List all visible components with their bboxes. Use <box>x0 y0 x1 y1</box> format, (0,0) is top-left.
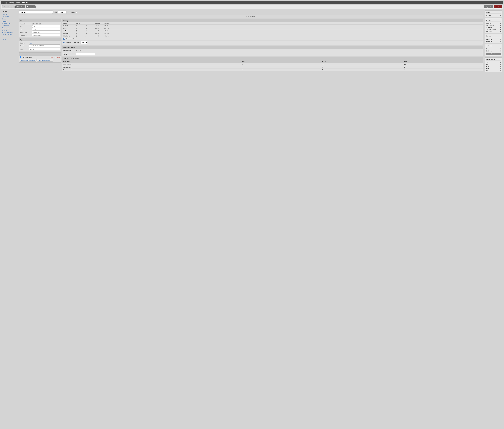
transfers-section: Transfers Incoming 0 Outgoing 0 <box>485 34 502 43</box>
organize-grid: Category None Brand Select or Enter a Br… <box>20 42 60 50</box>
right-value-1: 0 <box>500 50 501 52</box>
external-link-icon-2: ↗ <box>51 59 52 61</box>
archive-button[interactable]: Archive <box>494 5 502 9</box>
list-item: On Order 0 <box>486 26 501 28</box>
delete-from-ecom-link[interactable]: Delete from eCom <box>50 56 60 58</box>
discounts-allowed-checkbox[interactable] <box>63 38 65 40</box>
list-item: Special Order 0 <box>486 24 501 26</box>
duplicate-button[interactable]: Duplicate <box>484 5 493 9</box>
ean-input[interactable] <box>32 28 60 31</box>
right-label-0: Day <box>486 62 488 63</box>
in-boxes-section: In Boxes Stock 0 Back Order 0 View Box <box>485 44 502 56</box>
pricing-price-4[interactable]: 1.00 <box>85 35 95 37</box>
inventory-defaults-section: Inventory Defaults Default Cost $ 0.50 V… <box>62 46 483 56</box>
ecommerce-section: eCommerce Publish to eCom Delete from eC… <box>19 53 61 63</box>
sidebar-item-vendor-ids[interactable]: Vendor IDs <box>2 16 17 18</box>
reorder-level-0[interactable]: 10 <box>322 63 403 66</box>
reorder-point-0[interactable]: 5 <box>241 63 322 66</box>
reorder-table: Shop Name Point Level Need Gameporium 3 … <box>62 60 483 71</box>
pricing-price-2[interactable]: 1.00 <box>85 30 95 32</box>
pricing-rows: Default $ 1.00 -80.0% -400.0% MSRP $ 1.0… <box>62 25 483 37</box>
brand-select[interactable]: Select or Enter a Brand <box>29 45 60 47</box>
reorder-tbody: Gameporium 3 5 10 10 Gameporium 1 0 0 0 … <box>62 63 483 71</box>
breadcrumb-items[interactable]: Items <box>16 2 20 4</box>
breadcrumb-sep-1: > <box>15 2 16 4</box>
right-value-4: 0 <box>500 70 501 71</box>
upc-input[interactable] <box>32 25 60 28</box>
hamburger-menu[interactable] <box>2 2 4 3</box>
right-label-3: Pending Return <box>486 28 495 30</box>
reorder-need-0: 10 <box>403 63 483 66</box>
right-panel: Stock In Stock 0 Orders Layaway 0 Specia… <box>484 9 503 74</box>
add-label-button[interactable]: Add Label <box>15 5 25 9</box>
list-item: Outgoing 0 <box>486 40 501 42</box>
right-value-1: 0 <box>500 63 501 65</box>
tax-class-select[interactable]: Item <box>81 41 87 44</box>
pricing-margin-4: -400.0% <box>104 35 112 37</box>
add-images-button[interactable]: + Add Images <box>19 15 483 18</box>
sidebar-item-graphs[interactable]: Graphs <box>2 29 17 31</box>
reorder-point-1[interactable]: 0 <box>241 66 322 69</box>
center-panel: Type Single Bundle Matrix Serialized + A… <box>18 9 484 74</box>
pricing-price-3[interactable]: 1.00 <box>85 33 95 34</box>
taxable-checkbox[interactable] <box>63 42 65 43</box>
category-value[interactable]: None <box>29 42 60 44</box>
reorder-shop-2: Gameporium 2 <box>62 69 241 71</box>
breadcrumb-inventory[interactable]: Inventory <box>8 2 14 4</box>
discounts-label: Discounts Allowed <box>66 38 77 40</box>
default-cost-label: Default Cost <box>63 50 75 51</box>
pricing-markup-0: -80.0% <box>95 25 104 27</box>
sidebar-item-inventory[interactable]: Inventory <box>2 13 17 16</box>
reorder-point-2[interactable]: 0 <box>241 69 322 71</box>
sales-history-title: Sales History <box>486 58 501 61</box>
type-select[interactable]: Single Bundle Matrix <box>58 10 67 14</box>
pricing-row: Blading 2 $ 1.00 -80.0% -400.0% <box>62 35 483 37</box>
manufact-sku-input[interactable] <box>32 34 60 36</box>
pricing-name-3: Blading 1 <box>63 33 76 34</box>
sidebar-item-workorders[interactable]: Workorders <box>2 25 17 27</box>
pricing-name-4: Blading 2 <box>63 35 76 37</box>
reorder-level-2[interactable]: 0 <box>322 69 403 71</box>
pricing-price-0[interactable]: 1.00 <box>85 25 95 27</box>
upc-label: UPC <box>20 26 31 27</box>
reorder-level-1[interactable]: 0 <box>322 66 403 69</box>
print-label-button[interactable]: Print Label <box>26 5 36 9</box>
serialized-checkbox[interactable] <box>76 11 77 13</box>
view-box-button[interactable]: View Box <box>486 53 501 55</box>
pricing-markup-1: -80.0% <box>95 28 104 29</box>
right-label-1: Outgoing <box>486 40 492 42</box>
pricing-price-1[interactable]: 1.00 <box>85 27 95 29</box>
ids-grid: System ID 210000000133 UPC EAN Custom SK… <box>20 23 60 36</box>
sidebar-item-special-orders[interactable]: Special Orders <box>2 22 17 25</box>
custom-sku-input[interactable] <box>32 31 60 33</box>
publish-ecom-checkbox[interactable] <box>20 56 21 58</box>
manage-online-details-button[interactable]: Manage Online Details ↗ <box>20 59 36 62</box>
sidebar-item-vendor-returns[interactable]: Vendor Returns <box>2 34 17 36</box>
sidebar-item-layaways[interactable]: Layaways <box>2 20 17 22</box>
sidebar-item-customers[interactable]: Customers <box>2 27 17 29</box>
ids-section: IDs System ID 210000000133 UPC EAN Custo… <box>19 19 61 37</box>
reorder-need-2: 0 <box>403 69 483 71</box>
sidebar-item-history[interactable]: History <box>2 36 17 38</box>
tax-class-label: Tax Class <box>73 42 80 44</box>
sidebar-item-purchase-orders[interactable]: Purchase Orders <box>2 31 17 34</box>
toolbar: Save Changes Add Label Print Label Dupli… <box>1 4 503 9</box>
right-label-1: Week <box>486 63 490 65</box>
reorder-need-1: 0 <box>403 66 483 69</box>
right-label-2: On Order <box>486 26 492 28</box>
ecommerce-body: Publish to eCom Delete from eCom Manage … <box>19 55 61 63</box>
pricing-currency-2: $ <box>76 30 85 32</box>
vendor-select[interactable]: None <box>76 53 95 55</box>
item-name-input[interactable] <box>19 10 53 14</box>
right-value-0: 0 <box>500 22 501 24</box>
system-id-value: 210000000133 <box>32 23 60 25</box>
sidebar-item-merge[interactable]: Merge <box>2 38 17 40</box>
tags-input[interactable] <box>29 48 60 50</box>
main-content: Details Inventory Vendor IDs Sales Layaw… <box>1 9 503 74</box>
save-changes-button[interactable]: Save Changes <box>2 5 15 9</box>
vendor-label: Vendor <box>63 53 75 55</box>
sidebar-item-sales[interactable]: Sales <box>2 18 17 20</box>
view-in-online-store-button[interactable]: View in Online Store ↗ <box>37 59 53 62</box>
ecom-buttons: Manage Online Details ↗ View in Online S… <box>20 59 60 62</box>
reorder-col-shop: Shop Name <box>62 60 241 63</box>
